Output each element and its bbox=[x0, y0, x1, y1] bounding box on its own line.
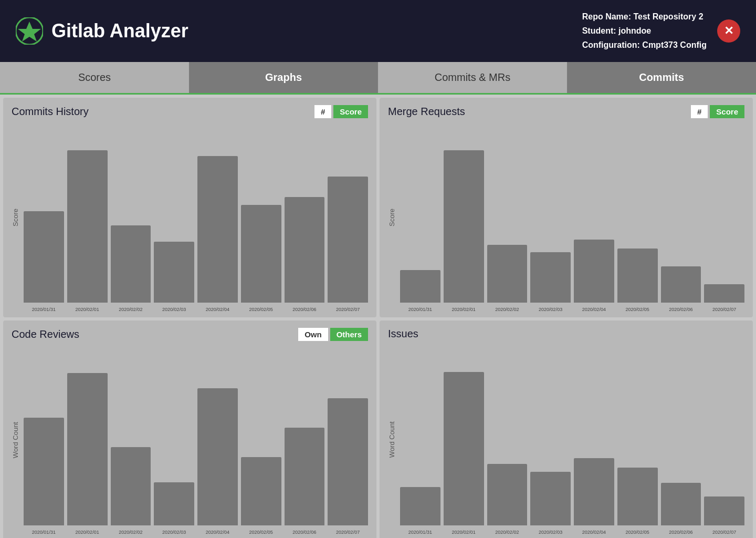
bar-3 bbox=[154, 482, 194, 525]
merge-requests-chart: Score 2020/01/312020/02/012020/02/022020… bbox=[388, 123, 744, 312]
bar-0 bbox=[400, 487, 440, 525]
merge-requests-score-btn[interactable]: Score bbox=[710, 105, 744, 118]
bar-7 bbox=[704, 284, 744, 302]
x-label-5: 2020/02/05 bbox=[617, 530, 658, 535]
bar-6 bbox=[661, 483, 701, 525]
configuration: Configuration: Cmpt373 Config bbox=[582, 38, 707, 52]
x-label-7: 2020/02/07 bbox=[328, 307, 368, 312]
bar-4 bbox=[197, 156, 238, 302]
bar-3 bbox=[154, 242, 194, 303]
tab-graphs[interactable]: Graphs bbox=[189, 62, 378, 93]
x-label-2: 2020/02/02 bbox=[487, 307, 528, 312]
x-label-4: 2020/02/04 bbox=[574, 530, 614, 535]
tab-commits-mrs[interactable]: Commits & MRs bbox=[378, 62, 567, 93]
merge-requests-title: Merge Requests bbox=[388, 106, 465, 118]
x-label-1: 2020/02/01 bbox=[444, 307, 484, 312]
bar-2 bbox=[111, 447, 151, 525]
bar-7 bbox=[328, 398, 368, 525]
bar-4 bbox=[574, 240, 614, 302]
x-label-3: 2020/02/03 bbox=[530, 530, 571, 535]
code-reviews-bars-container: 2020/01/312020/02/012020/02/022020/02/03… bbox=[24, 346, 368, 535]
issues-x-labels: 2020/01/312020/02/012020/02/022020/02/03… bbox=[400, 530, 744, 535]
x-label-7: 2020/02/07 bbox=[328, 530, 368, 535]
merge-requests-header: Merge Requests # Score bbox=[388, 105, 744, 118]
x-label-6: 2020/02/06 bbox=[661, 307, 701, 312]
bar-0 bbox=[24, 211, 64, 303]
bar-4 bbox=[197, 388, 238, 525]
x-label-6: 2020/02/06 bbox=[285, 530, 325, 535]
issues-y-label: Word Count bbox=[388, 421, 396, 458]
x-label-7: 2020/02/07 bbox=[704, 530, 744, 535]
bar-6 bbox=[285, 197, 325, 303]
bar-2 bbox=[111, 225, 151, 303]
repo-info: Repo Name: Test Repository 2 Student: jo… bbox=[582, 9, 707, 53]
x-label-5: 2020/02/05 bbox=[241, 530, 281, 535]
main-content: Commits History # Score Score 2020/01/31… bbox=[0, 95, 756, 538]
code-reviews-x-labels: 2020/01/312020/02/012020/02/022020/02/03… bbox=[24, 530, 368, 535]
commits-history-x-labels: 2020/01/312020/02/012020/02/022020/02/03… bbox=[24, 307, 368, 312]
x-label-4: 2020/02/04 bbox=[574, 307, 614, 312]
commits-history-hash-btn[interactable]: # bbox=[314, 105, 331, 118]
merge-requests-x-labels: 2020/01/312020/02/012020/02/022020/02/03… bbox=[400, 307, 744, 312]
merge-requests-hash-btn[interactable]: # bbox=[691, 105, 708, 118]
bar-3 bbox=[530, 472, 571, 525]
code-reviews-title: Code Reviews bbox=[12, 328, 79, 340]
x-label-3: 2020/02/03 bbox=[530, 307, 571, 312]
x-label-2: 2020/02/02 bbox=[111, 307, 151, 312]
x-label-7: 2020/02/07 bbox=[704, 307, 744, 312]
code-reviews-own-btn[interactable]: Own bbox=[298, 328, 328, 341]
x-label-0: 2020/01/31 bbox=[24, 530, 64, 535]
bar-5 bbox=[241, 205, 281, 303]
commits-history-bars-container: 2020/01/312020/02/012020/02/022020/02/03… bbox=[24, 123, 368, 312]
bar-7 bbox=[328, 177, 368, 303]
tab-scores[interactable]: Scores bbox=[0, 62, 189, 93]
bar-5 bbox=[617, 468, 658, 525]
merge-requests-panel: Merge Requests # Score Score 2020/01/312… bbox=[380, 98, 753, 317]
merge-requests-bars-container: 2020/01/312020/02/012020/02/022020/02/03… bbox=[400, 123, 744, 312]
code-reviews-others-btn[interactable]: Others bbox=[330, 328, 368, 341]
issues-bars-container: 2020/01/312020/02/012020/02/022020/02/03… bbox=[400, 345, 744, 535]
merge-requests-legend: # Score bbox=[691, 105, 744, 118]
nav-tabs: Scores Graphs Commits & MRs Commits bbox=[0, 62, 756, 95]
code-reviews-y-label: Word Count bbox=[12, 422, 19, 458]
bar-3 bbox=[530, 252, 571, 302]
bar-5 bbox=[617, 249, 658, 302]
bar-2 bbox=[487, 464, 528, 525]
x-label-5: 2020/02/05 bbox=[241, 307, 281, 312]
student-name: Student: johndoe bbox=[582, 24, 707, 38]
code-reviews-bars bbox=[24, 346, 368, 527]
merge-requests-bars bbox=[400, 123, 744, 305]
issues-panel: Issues Word Count 2020/01/312020/02/0120… bbox=[380, 320, 753, 538]
bar-1 bbox=[444, 372, 484, 525]
x-label-1: 2020/02/01 bbox=[67, 307, 108, 312]
x-label-0: 2020/01/31 bbox=[24, 307, 64, 312]
bar-1 bbox=[444, 150, 484, 303]
code-reviews-legend: Own Others bbox=[298, 328, 368, 341]
app-header: Gitlab Analyzer Repo Name: Test Reposito… bbox=[0, 0, 756, 62]
bar-6 bbox=[285, 428, 325, 525]
x-label-0: 2020/01/31 bbox=[400, 530, 440, 535]
x-label-5: 2020/02/05 bbox=[617, 307, 658, 312]
commits-history-panel: Commits History # Score Score 2020/01/31… bbox=[3, 98, 376, 317]
close-icon: ✕ bbox=[724, 24, 733, 38]
app-logo-icon bbox=[16, 17, 43, 45]
code-reviews-chart: Word Count 2020/01/312020/02/012020/02/0… bbox=[12, 346, 368, 535]
header-left: Gitlab Analyzer bbox=[16, 17, 188, 45]
x-label-3: 2020/02/03 bbox=[154, 307, 194, 312]
tab-commits[interactable]: Commits bbox=[567, 62, 756, 93]
merge-requests-y-label: Score bbox=[388, 209, 396, 226]
commits-history-chart: Score 2020/01/312020/02/012020/02/022020… bbox=[12, 123, 368, 312]
bar-0 bbox=[400, 270, 440, 302]
x-label-4: 2020/02/04 bbox=[197, 530, 238, 535]
commits-history-header: Commits History # Score bbox=[12, 105, 368, 118]
bar-7 bbox=[704, 496, 744, 525]
x-label-0: 2020/01/31 bbox=[400, 307, 440, 312]
commits-history-score-btn[interactable]: Score bbox=[333, 105, 368, 118]
x-label-6: 2020/02/06 bbox=[661, 530, 701, 535]
bar-4 bbox=[574, 458, 614, 525]
issues-header: Issues bbox=[388, 328, 744, 340]
close-button[interactable]: ✕ bbox=[717, 19, 740, 43]
issues-chart: Word Count 2020/01/312020/02/012020/02/0… bbox=[388, 345, 744, 535]
bar-6 bbox=[661, 266, 701, 302]
issues-title: Issues bbox=[388, 328, 418, 340]
